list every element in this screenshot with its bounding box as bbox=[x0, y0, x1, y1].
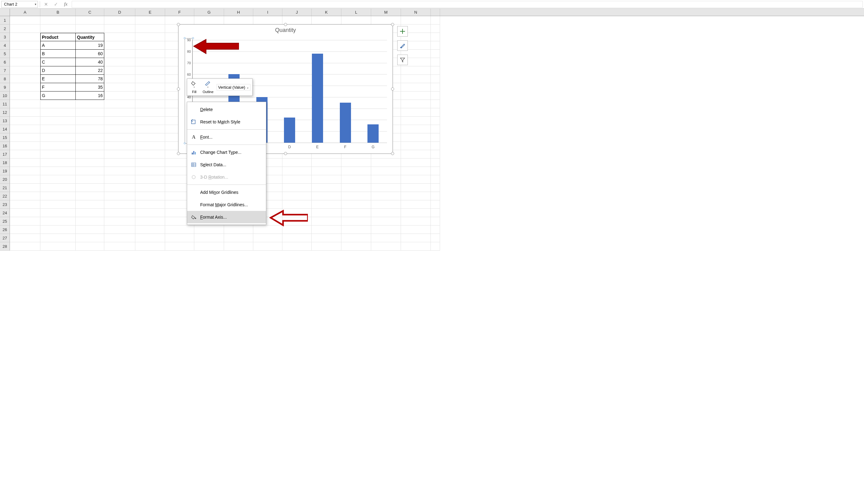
cell[interactable] bbox=[135, 150, 165, 159]
menu-item[interactable]: Add Minor Gridlines bbox=[187, 186, 266, 198]
cell[interactable] bbox=[371, 217, 401, 225]
cell[interactable] bbox=[431, 108, 440, 116]
cell[interactable] bbox=[371, 225, 401, 234]
cell[interactable] bbox=[10, 192, 40, 200]
cell[interactable] bbox=[40, 242, 76, 250]
cell[interactable] bbox=[10, 125, 40, 133]
cell[interactable] bbox=[40, 108, 76, 116]
data-bar[interactable] bbox=[284, 118, 295, 143]
row-header[interactable]: 22 bbox=[0, 192, 10, 200]
cell[interactable] bbox=[10, 242, 40, 250]
cell[interactable] bbox=[104, 50, 135, 58]
cell[interactable] bbox=[431, 16, 440, 25]
cell[interactable] bbox=[10, 108, 40, 116]
cell[interactable] bbox=[135, 41, 165, 50]
cell[interactable] bbox=[401, 91, 431, 100]
cell[interactable] bbox=[194, 16, 224, 25]
cell[interactable] bbox=[104, 209, 135, 217]
cell[interactable] bbox=[401, 184, 431, 192]
resize-handle[interactable] bbox=[391, 152, 394, 155]
cell[interactable]: G bbox=[40, 91, 76, 100]
cell[interactable] bbox=[224, 225, 253, 234]
cell[interactable] bbox=[76, 25, 104, 33]
cell[interactable] bbox=[40, 209, 76, 217]
cell[interactable] bbox=[283, 16, 312, 25]
outline-button[interactable]: ⌄ Outline bbox=[201, 80, 215, 94]
cell[interactable] bbox=[76, 225, 104, 234]
cell[interactable] bbox=[431, 242, 440, 250]
cell[interactable] bbox=[341, 242, 371, 250]
cell[interactable] bbox=[104, 192, 135, 200]
cell[interactable] bbox=[104, 83, 135, 91]
cell[interactable]: F bbox=[40, 83, 76, 91]
cell[interactable] bbox=[104, 75, 135, 83]
cell[interactable] bbox=[10, 209, 40, 217]
cell[interactable] bbox=[104, 125, 135, 133]
cell[interactable] bbox=[135, 200, 165, 209]
cell[interactable] bbox=[312, 16, 341, 25]
cell[interactable] bbox=[104, 108, 135, 116]
row-header[interactable]: 6 bbox=[0, 58, 10, 66]
cell[interactable] bbox=[135, 209, 165, 217]
cell[interactable] bbox=[135, 133, 165, 142]
column-header[interactable]: D bbox=[104, 9, 135, 16]
cell[interactable] bbox=[10, 100, 40, 108]
cell[interactable] bbox=[431, 142, 440, 150]
row-header[interactable]: 17 bbox=[0, 150, 10, 159]
cell[interactable] bbox=[312, 184, 341, 192]
cell[interactable] bbox=[40, 200, 76, 209]
cell[interactable] bbox=[401, 66, 431, 75]
cell[interactable]: Quantity bbox=[76, 33, 104, 41]
row-header[interactable]: 9 bbox=[0, 83, 10, 91]
cell[interactable] bbox=[371, 200, 401, 209]
cell[interactable] bbox=[341, 184, 371, 192]
cell[interactable] bbox=[40, 25, 76, 33]
cell[interactable]: 60 bbox=[76, 50, 104, 58]
row-header[interactable]: 4 bbox=[0, 41, 10, 50]
cell[interactable] bbox=[10, 200, 40, 209]
cell[interactable] bbox=[371, 16, 401, 25]
row-header[interactable]: 16 bbox=[0, 142, 10, 150]
row-header[interactable]: 19 bbox=[0, 167, 10, 175]
cell[interactable] bbox=[40, 142, 76, 150]
cell[interactable] bbox=[104, 217, 135, 225]
cell[interactable] bbox=[431, 33, 440, 41]
cell[interactable] bbox=[10, 41, 40, 50]
cell[interactable] bbox=[431, 75, 440, 83]
cell[interactable] bbox=[165, 16, 194, 25]
cell[interactable]: Product bbox=[40, 33, 76, 41]
cell[interactable] bbox=[135, 108, 165, 116]
cell[interactable] bbox=[312, 242, 341, 250]
cell[interactable]: 35 bbox=[76, 83, 104, 91]
cell[interactable] bbox=[10, 16, 40, 25]
chart-element-selector[interactable]: Vertical (Value) ⌄ bbox=[217, 84, 250, 90]
cell[interactable] bbox=[283, 242, 312, 250]
cell[interactable] bbox=[431, 192, 440, 200]
cell[interactable] bbox=[431, 66, 440, 75]
cell[interactable] bbox=[341, 200, 371, 209]
data-bar[interactable] bbox=[368, 124, 379, 143]
column-header[interactable]: J bbox=[283, 9, 312, 16]
row-header[interactable]: 10 bbox=[0, 91, 10, 100]
cell[interactable] bbox=[135, 234, 165, 242]
cell[interactable] bbox=[312, 200, 341, 209]
cell[interactable] bbox=[40, 234, 76, 242]
cell[interactable] bbox=[40, 184, 76, 192]
cell[interactable] bbox=[104, 225, 135, 234]
cell[interactable] bbox=[312, 234, 341, 242]
cell[interactable] bbox=[312, 159, 341, 167]
cell[interactable] bbox=[431, 25, 440, 33]
cell[interactable] bbox=[341, 159, 371, 167]
row-header[interactable]: 14 bbox=[0, 125, 10, 133]
cell[interactable] bbox=[401, 242, 431, 250]
cell[interactable] bbox=[76, 116, 104, 125]
cell[interactable] bbox=[401, 108, 431, 116]
cell[interactable] bbox=[283, 167, 312, 175]
cell[interactable] bbox=[76, 175, 104, 184]
menu-item[interactable]: Change Chart Type... bbox=[187, 146, 266, 159]
resize-handle[interactable] bbox=[391, 23, 394, 26]
cell[interactable] bbox=[431, 150, 440, 159]
cell[interactable] bbox=[431, 133, 440, 142]
column-header[interactable]: N bbox=[401, 9, 431, 16]
cell[interactable] bbox=[401, 225, 431, 234]
